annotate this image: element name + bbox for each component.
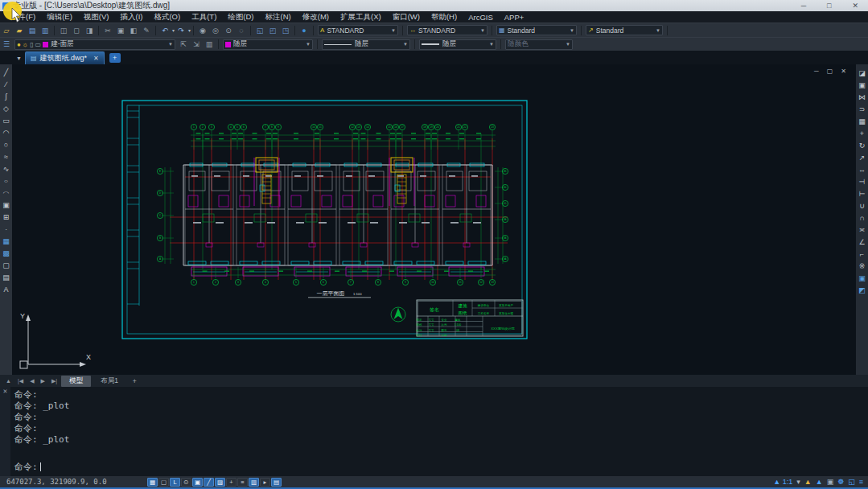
layout-nav-button-2[interactable]: ▶: [39, 378, 47, 384]
copy-tool[interactable]: ▣: [857, 79, 867, 91]
menu-x[interactable]: 扩展工具(X): [335, 12, 387, 23]
trim-tool[interactable]: ⊣: [857, 175, 867, 187]
workspace-switch-icon[interactable]: ▣: [827, 478, 834, 486]
grid-toggle[interactable]: ▦: [147, 478, 158, 487]
layer-states-button[interactable]: ▥: [203, 39, 216, 51]
quick-properties-toggle[interactable]: ▤: [271, 478, 282, 487]
new-file-button[interactable]: ▱: [0, 24, 13, 36]
break-at-point-tool[interactable]: ∪: [857, 199, 867, 212]
chevron-down-icon[interactable]: ▼: [168, 42, 173, 47]
fillet-tool[interactable]: ⌐: [857, 248, 867, 260]
maximize-button[interactable]: □: [827, 2, 831, 10]
rectangle-tool[interactable]: ▭: [1, 114, 11, 126]
gradient-tool[interactable]: ▩: [1, 247, 11, 259]
plot-preview-button[interactable]: ◻: [70, 24, 83, 36]
layout-nav-button-0[interactable]: |◀: [15, 378, 26, 384]
layer-properties-manager-button[interactable]: ☰: [0, 39, 13, 51]
polyline-tool[interactable]: ʃ: [1, 90, 11, 102]
menu-lines-icon[interactable]: ≡: [859, 478, 863, 486]
command-prompt[interactable]: 命令:: [14, 461, 38, 473]
circle-tool[interactable]: ○: [1, 138, 11, 150]
drawing-canvas[interactable]: 1234567891011121314151617181920212223123…: [12, 64, 856, 375]
add-layout-button[interactable]: +: [128, 377, 142, 385]
match-properties-button[interactable]: ✎: [140, 24, 153, 36]
open-file-button[interactable]: ▰: [13, 24, 26, 36]
scale-tool[interactable]: ↗: [857, 151, 867, 163]
chevron-down-icon[interactable]: ▼: [403, 42, 408, 47]
chevron-down-icon[interactable]: ▼: [391, 28, 396, 33]
polar-toggle[interactable]: ⊙: [181, 478, 191, 487]
arc-tool[interactable]: ◠: [1, 126, 11, 138]
move-tool[interactable]: +: [857, 127, 867, 139]
layer-previous-button[interactable]: ⇲: [190, 39, 203, 51]
chevron-down-icon[interactable]: ▼: [480, 28, 485, 33]
array-tool[interactable]: ▦: [857, 115, 867, 127]
menu-i[interactable]: 插入(I): [114, 12, 148, 23]
hatch-tool[interactable]: ▦: [1, 235, 11, 247]
tab-close-icon[interactable]: ✕: [93, 55, 99, 62]
dynamic-input-toggle[interactable]: +: [226, 478, 237, 487]
settings-gear-icon[interactable]: ☸: [837, 478, 844, 486]
layout-tab-布局1[interactable]: 布局1: [93, 376, 126, 387]
annotation-scale-icon[interactable]: ▲ 1:1: [773, 478, 792, 486]
save-as-button[interactable]: ▥: [39, 24, 51, 36]
osnap-toggle[interactable]: ▣: [192, 478, 203, 487]
command-window-grip[interactable]: ✕: [0, 387, 10, 476]
properties-palette-button[interactable]: ◱: [253, 24, 266, 36]
multileader-style-combo[interactable]: ↗Standard▼: [586, 25, 663, 35]
break-tool[interactable]: ∩: [857, 212, 867, 224]
menu-e[interactable]: 编辑(E): [41, 12, 78, 23]
layout-nav-button-3[interactable]: ▶|: [49, 378, 60, 384]
mirror-tool[interactable]: ⋈: [857, 91, 867, 103]
close-button[interactable]: ✕: [852, 2, 858, 10]
chamfer-tool[interactable]: ∠: [857, 236, 867, 248]
text-style-combo[interactable]: ASTANDARD▼: [318, 25, 398, 35]
transparency-toggle[interactable]: ▥: [249, 478, 259, 487]
insert-block-tool[interactable]: ▣: [1, 199, 11, 211]
ellipse-tool[interactable]: ○: [1, 177, 11, 184]
fullscreen-icon[interactable]: ◱: [848, 478, 855, 486]
snap-toggle[interactable]: ▢: [158, 478, 169, 487]
menu-arcgis[interactable]: ArcGIS: [463, 13, 499, 22]
make-object-layer-current-button[interactable]: ⇱: [177, 39, 190, 51]
command-window[interactable]: ✕ 命令:命令: _plot命令:命令:命令: _plot 命令:: [0, 387, 868, 476]
ducs-toggle[interactable]: ▨: [215, 478, 225, 487]
pan-realtime-button[interactable]: ◉: [196, 24, 209, 36]
selection-cycling-toggle[interactable]: ▸: [260, 478, 270, 487]
make-block-tool[interactable]: ⊞: [1, 211, 11, 223]
drawing-restore-button[interactable]: ▢: [827, 68, 833, 75]
group-tool[interactable]: ▣: [857, 272, 867, 284]
command-close-icon[interactable]: ✕: [3, 387, 7, 395]
render-sphere-button[interactable]: ●: [298, 24, 311, 36]
rotate-tool[interactable]: ↻: [857, 139, 867, 151]
chevron-down-icon[interactable]: ▼: [570, 28, 574, 33]
drawing-close-button[interactable]: ✕: [841, 68, 846, 75]
erase-tool[interactable]: ◪: [857, 67, 867, 79]
dim-style-combo[interactable]: ↔STANDARD▼: [407, 25, 487, 35]
auto-annotate-icon[interactable]: ▲: [816, 478, 823, 486]
linetype-combo[interactable]: 随层▼: [322, 39, 410, 50]
undo-button[interactable]: ↶: [158, 24, 171, 36]
spline-tool[interactable]: ∿: [1, 162, 11, 175]
layout-nav-button-1[interactable]: ◀: [27, 378, 36, 384]
minimize-button[interactable]: ─: [801, 2, 806, 10]
ortho-toggle[interactable]: L: [170, 478, 180, 487]
chevron-down-icon[interactable]: ▼: [306, 42, 311, 47]
drawing-minimize-button[interactable]: ─: [814, 68, 819, 75]
menu-w[interactable]: 窗口(W): [387, 12, 426, 23]
offset-tool[interactable]: ⊃: [857, 103, 867, 115]
design-center-button[interactable]: ◰: [266, 24, 279, 36]
revision-cloud-tool[interactable]: ≈: [1, 150, 11, 162]
layer-combo[interactable]: ●☼▯▭建-面层▼: [14, 39, 175, 50]
mtext-tool[interactable]: A: [1, 283, 11, 295]
ungroup-tool[interactable]: ◩: [857, 284, 867, 296]
menu-h[interactable]: 帮助(H): [426, 12, 463, 23]
document-tab[interactable]: ▤建筑图纸.dwg*✕: [25, 51, 105, 64]
menu-t[interactable]: 工具(T): [186, 12, 222, 23]
construction-line-tool[interactable]: ∕: [1, 78, 11, 90]
tool-palettes-button[interactable]: ◳: [279, 24, 292, 36]
menu-v[interactable]: 视图(V): [78, 12, 115, 23]
zoom-realtime-button[interactable]: ◎: [209, 24, 222, 36]
menu-app[interactable]: APP+: [499, 13, 530, 22]
table-tool[interactable]: ▤: [1, 271, 11, 283]
